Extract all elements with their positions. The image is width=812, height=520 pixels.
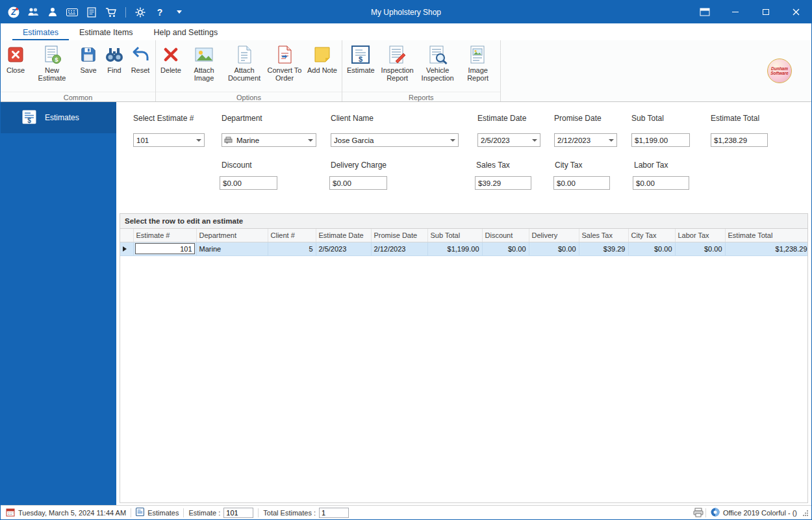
inspection-report-button[interactable]: Inspection Report: [377, 42, 418, 92]
cart-icon[interactable]: [105, 6, 118, 19]
keyboard-icon[interactable]: [66, 6, 79, 19]
theme-selector[interactable]: Office 2019 Colorful - (): [708, 508, 800, 518]
save-button[interactable]: Save: [75, 42, 101, 92]
sales-tax-input[interactable]: [476, 177, 531, 189]
col-city-tax[interactable]: City Tax: [628, 229, 675, 242]
new-estimate-button[interactable]: $ New Estimate: [29, 42, 75, 92]
resize-grip[interactable]: [802, 510, 809, 516]
col-delivery[interactable]: Delivery: [529, 229, 579, 242]
col-sales-tax[interactable]: Sales Tax: [579, 229, 628, 242]
cell-estimate-number[interactable]: 101: [135, 243, 195, 254]
clients-icon[interactable]: [27, 6, 40, 19]
statusbar-total-value-box[interactable]: [319, 508, 349, 518]
cell-client-number: 5: [268, 242, 316, 255]
select-estimate-combo[interactable]: [133, 133, 205, 147]
add-note-button[interactable]: Add Note: [305, 42, 340, 92]
statusbar-total-label: Total Estimates :: [263, 509, 316, 517]
app-logo-icon[interactable]: Z: [7, 6, 20, 19]
col-department[interactable]: Department: [196, 229, 268, 242]
cell-delivery: $0.00: [529, 242, 579, 255]
delete-button[interactable]: Delete: [158, 42, 184, 92]
department-combo[interactable]: [222, 133, 316, 147]
sidebar-item-estimates[interactable]: $ Estimates: [1, 102, 116, 133]
col-estimate-total[interactable]: Estimate Total: [725, 229, 808, 242]
estimate-total-input[interactable]: [711, 134, 767, 146]
contact-icon[interactable]: [46, 6, 59, 19]
close-window-button[interactable]: [781, 1, 811, 23]
printer-icon[interactable]: [693, 508, 704, 517]
promise-date-picker[interactable]: [554, 133, 617, 147]
delivery-charge-field[interactable]: [329, 176, 387, 190]
col-labor-tax[interactable]: Labor Tax: [675, 229, 725, 242]
estimate-date-dropdown-button[interactable]: [529, 134, 540, 146]
discount-field[interactable]: [220, 176, 277, 190]
city-tax-input[interactable]: [554, 177, 609, 189]
statusbar-estimate-value-box[interactable]: [223, 508, 253, 518]
department-dropdown-button[interactable]: [305, 134, 316, 146]
row-indicator-header: [120, 229, 133, 242]
add-note-button-label: Add Note: [307, 66, 337, 74]
sub-total-field[interactable]: [631, 133, 690, 147]
sidebar-item-estimates-label: Estimates: [45, 113, 79, 122]
city-tax-field[interactable]: [553, 176, 610, 190]
promise-date-input[interactable]: [555, 134, 606, 146]
client-name-dropdown-button[interactable]: [448, 134, 458, 146]
estimate-date-input[interactable]: [478, 134, 529, 146]
estimate-report-button[interactable]: $ Estimate: [344, 42, 377, 92]
ribbon-group-reports: $ Estimate Inspection Report Vehicle Ins…: [342, 40, 501, 101]
help-icon[interactable]: ?: [153, 6, 166, 19]
ribbon-display-options-button[interactable]: [689, 1, 720, 23]
convert-to-order-button-label: Convert To Order: [267, 66, 302, 82]
new-estimate-button-label: New Estimate: [31, 66, 73, 82]
convert-to-order-button[interactable]: Convert To Order: [264, 42, 305, 92]
department-input[interactable]: [234, 134, 305, 146]
statusbar-separator: [705, 508, 706, 517]
gear-icon[interactable]: [134, 6, 147, 19]
col-estimate-date[interactable]: Estimate Date: [316, 229, 371, 242]
promise-date-dropdown-button[interactable]: [606, 134, 616, 146]
select-estimate-dropdown-button[interactable]: [194, 134, 204, 146]
attach-image-button[interactable]: Attach Image: [184, 42, 224, 92]
invoices-icon[interactable]: [85, 6, 98, 19]
col-promise-date[interactable]: Promise Date: [371, 229, 427, 242]
attach-document-button[interactable]: Attach Document: [224, 42, 264, 92]
col-sub-total[interactable]: Sub Total: [427, 229, 482, 242]
close-button[interactable]: Close: [3, 42, 29, 92]
find-button[interactable]: Find: [101, 42, 127, 92]
client-name-input[interactable]: [331, 134, 448, 146]
col-estimate-number[interactable]: Estimate #: [133, 229, 196, 242]
image-report-button[interactable]: Image Report: [458, 42, 498, 92]
cell-sub-total: $1,199.00: [427, 242, 482, 255]
estimate-date-picker[interactable]: [477, 133, 540, 147]
discount-input[interactable]: [220, 177, 277, 189]
client-name-combo[interactable]: [331, 133, 459, 147]
statusbar-separator: [183, 508, 184, 517]
labor-tax-input[interactable]: [633, 177, 689, 189]
promise-date-label: Promise Date: [554, 114, 602, 123]
delivery-charge-input[interactable]: [330, 177, 387, 189]
labor-tax-field[interactable]: [633, 176, 689, 190]
tab-estimate-items[interactable]: Estimate Items: [69, 25, 144, 40]
select-estimate-input[interactable]: [134, 134, 194, 146]
minimize-button[interactable]: [720, 1, 750, 23]
grid-row[interactable]: 101 Marine 5 2/5/2023 2/12/2023 $1,199.0…: [120, 242, 808, 255]
reset-button[interactable]: Reset: [127, 42, 153, 92]
vehicle-inspection-button[interactable]: Vehicle Inspection: [418, 42, 458, 92]
tab-estimates[interactable]: Estimates: [12, 25, 69, 40]
sub-total-label: Sub Total: [631, 114, 664, 123]
dunham-software-logo-text: Dunham Software: [770, 66, 789, 75]
svg-text:$: $: [55, 56, 58, 63]
svg-text:$: $: [27, 117, 31, 124]
sub-total-input[interactable]: [632, 134, 689, 146]
tab-help-and-settings[interactable]: Help and Settings: [144, 25, 229, 40]
maximize-button[interactable]: [750, 1, 781, 23]
estimate-total-field[interactable]: [711, 133, 768, 147]
col-client-number[interactable]: Client #: [268, 229, 316, 242]
app-window: Z ? My Upholstery Shop: [0, 0, 812, 520]
close-icon: [7, 44, 24, 65]
qat-customize-chevron-icon[interactable]: [173, 6, 186, 19]
sales-tax-field[interactable]: [475, 176, 531, 190]
reset-button-label: Reset: [131, 66, 150, 74]
image-report-icon: [469, 44, 487, 65]
col-discount[interactable]: Discount: [482, 229, 529, 242]
